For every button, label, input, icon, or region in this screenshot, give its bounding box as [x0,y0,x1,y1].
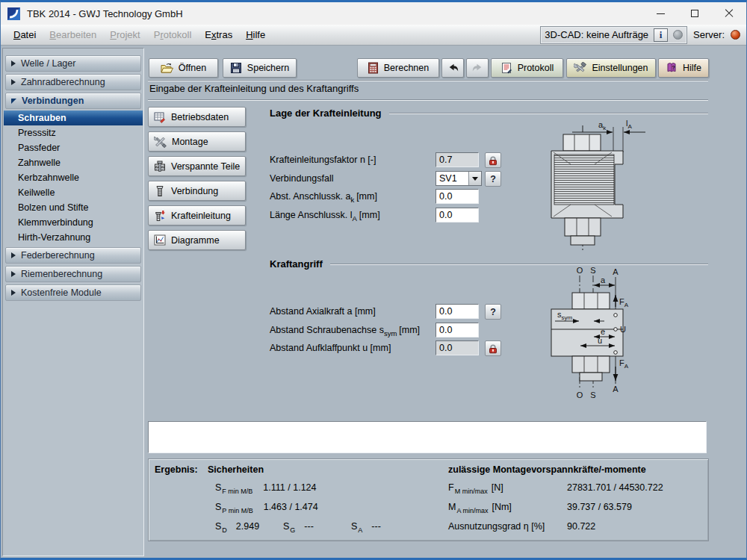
sidebar-item-kerbzahnwelle[interactable]: Kerbzahnwelle [3,170,143,185]
chevron-right-icon [11,79,16,85]
krafteinleitung-button[interactable]: Krafteinleitung [148,205,246,225]
diagramme-button[interactable]: Diagramme [148,230,246,250]
field-row-abstand-schraubenachse: Abstand Schraubenachse ssym[mm] [270,323,516,338]
field-row-abstand-aufklaffpunkt: Abstand Aufklaffpunkt u [mm] [270,340,516,356]
protocol-button[interactable]: Protokoll [491,58,563,78]
settings-button[interactable]: Einstellungen [566,58,656,78]
content-area: Öffnen Speichern [145,46,746,558]
floppy-disk-icon [230,62,242,74]
abstand-schraubenachse-input[interactable] [436,323,479,337]
undo-icon [447,63,459,73]
menu-extras[interactable]: Extras [198,29,239,40]
menu-bearbeiten: Bearbeiten [43,29,103,40]
save-button[interactable]: Speichern [223,58,297,78]
result-fm: FM min/max[N] 27831.701 / 44530.722 [448,482,710,493]
server-label: Server: [693,29,725,40]
sidebar-item-presssitz[interactable]: Presssitz [3,125,143,140]
sidebar-group-welle-lager[interactable]: Welle / Lager [5,55,141,72]
svg-text:e: e [601,327,605,336]
cad-status-text: 3D-CAD: keine Aufträge [545,29,648,40]
sidebar-group-verbindungen[interactable]: Verbindungen [5,93,141,109]
svg-text:ak: ak [598,120,607,131]
result-sf: SF min M/B1.111 / 1.124 [215,482,316,493]
abstand-anschlussk-input[interactable] [436,189,479,204]
field-row-abstand-axialkraft: Abstand Axialkraft a [mm] ? [270,304,516,320]
sidebar-item-bolzen-und-stifte[interactable]: Bolzen und Stifte [3,200,143,215]
sidebar-item-hirth-verzahnung[interactable]: Hirth-Verzahnung [3,230,143,245]
calculate-button[interactable]: Berechnen [357,58,439,78]
sidebar-group-items: Schrauben Presssitz Passfeder Zahnwelle … [3,111,143,245]
menubar: Datei Bearbeiten Projekt Protokoll Extra… [1,25,746,46]
sidebar-group-federberechnung[interactable]: Federberechnung [5,247,141,264]
dropdown-button[interactable] [468,172,481,185]
help-question-button[interactable]: ? [485,304,501,320]
sidebar-item-passfeder[interactable]: Passfeder [3,140,143,155]
help-question-button[interactable]: ? [485,171,501,187]
laenge-anschlussk-input[interactable] [436,208,479,223]
result-sd: SD2.949 [215,521,259,532]
lock-icon [488,343,498,354]
sidebar-group-zahnradberechnung[interactable]: Zahnradberechnung [5,74,141,90]
svg-text:?: ? [672,64,675,71]
redo-icon [471,63,484,73]
svg-text:S: S [590,391,595,399]
montage-button[interactable]: Montage [148,131,246,152]
sidebar-item-schrauben[interactable]: Schrauben [4,111,143,125]
operating-data-icon [154,111,166,123]
minimize-icon [657,13,665,14]
field-row-verbindungsfall: Verbindungsfall SV1 ? [270,171,516,187]
svg-text:S: S [590,266,595,275]
open-button[interactable]: Öffnen [149,58,218,78]
separator [148,99,708,101]
message-box [148,421,707,453]
sidebar-group-kostenfreie-module[interactable]: Kostenfreie Module [5,284,141,301]
lock-icon [488,155,498,166]
maximize-icon [691,10,698,17]
cad-status-led [673,30,683,40]
results-panel: Ergebnis: Sicherheiten SF min M/B1.111 /… [148,458,709,541]
svg-text:FA: FA [619,358,629,370]
help-button[interactable]: ? Hilfe [658,58,709,78]
svg-text:lA: lA [626,119,632,130]
chevron-down-icon [472,177,478,181]
results-header: Ergebnis: [155,464,198,475]
maximize-button[interactable] [678,2,712,25]
cad-status-box: 3D-CAD: keine Aufträge i [540,26,687,44]
sidebar-item-klemmverbindung[interactable]: Klemmverbindung [3,215,143,230]
svg-text:O: O [577,391,583,399]
menu-datei[interactable]: Datei [7,29,43,40]
abstand-axialkraft-input[interactable] [436,304,479,319]
field-row-abstand-anschlussk: Abst. Anschlussk. ak[mm] [270,189,516,205]
svg-text:u: u [598,336,602,345]
close-button[interactable] [712,2,746,25]
svg-text:U: U [620,325,626,334]
sidebar: Welle / Lager Zahnradberechnung Verbindu… [2,48,144,556]
titlebar: TBK 2014 - GWJ Technology GmbH [1,2,746,25]
svg-text:O: O [577,266,583,275]
betriebsdaten-button[interactable]: Betriebsdaten [148,107,246,127]
verbindungsfall-select[interactable]: SV1 [436,171,482,186]
minimize-button[interactable] [643,2,678,25]
chevron-right-icon [11,271,16,277]
sidebar-group-riemenberechnung[interactable]: Riemenberechnung [5,266,141,282]
menu-protokoll: Protokoll [147,29,199,40]
undo-button[interactable] [441,58,464,78]
sidebar-item-keilwelle[interactable]: Keilwelle [3,185,143,200]
montage-title: zulässige Montagevorspannkräfte/-momente [448,464,646,475]
verbindung-button[interactable]: Verbindung [148,181,246,201]
result-ma: MA min/max[Nm] 39.737 / 63.579 [448,502,710,512]
safety-title: Sicherheiten [208,464,264,475]
cad-info-button[interactable]: i [654,28,668,42]
assembly-tools-icon [154,136,167,148]
lock-button[interactable] [485,340,501,356]
main-area: Welle / Lager Zahnradberechnung Verbindu… [1,46,746,558]
verspannte-teile-button[interactable]: Verspannte Teile [148,156,246,176]
sidebar-item-zahnwelle[interactable]: Zahnwelle [3,155,143,170]
separator [148,80,708,81]
status-line: Eingabe der Krafteinleitung und des Kraf… [149,83,359,94]
result-sp: SP min M/B1.463 / 1.474 [215,502,318,512]
lock-button[interactable] [485,152,501,168]
redo-button [466,58,489,78]
app-logo-icon [7,7,20,20]
menu-hilfe[interactable]: Hilfe [239,29,272,40]
